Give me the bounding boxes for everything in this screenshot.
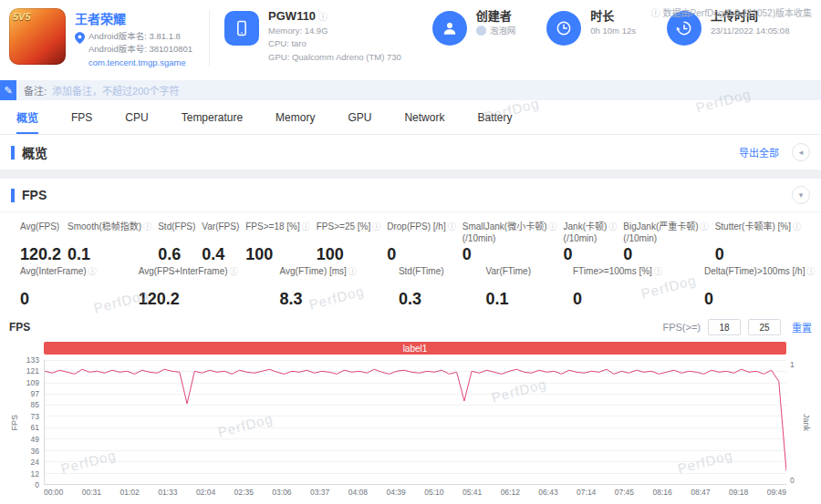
metric-value: 0.3: [399, 290, 444, 309]
upload-time-value: 23/11/2022 14:05:08: [711, 25, 789, 37]
fps-metrics-row-2: Avg(InterFrame)ⓘ 0 Avg(FPS+InterFrame)ⓘ …: [0, 264, 821, 314]
section-accent-bar: [11, 189, 15, 202]
tab-memory[interactable]: Memory: [275, 100, 315, 134]
fps-section-title: FPS: [22, 188, 47, 202]
device-info-icon[interactable]: ⓘ: [318, 12, 327, 22]
info-icon[interactable]: ⓘ: [608, 222, 617, 231]
right-axis: 10: [786, 360, 801, 485]
metric-label: Avg(FPS): [20, 221, 59, 231]
x-tick-label: 05:10: [424, 488, 443, 497]
fps-threshold-input-1[interactable]: [708, 319, 741, 335]
tab-cpu[interactable]: CPU: [125, 100, 148, 134]
y-tick-label: 24: [31, 458, 39, 467]
x-tick-label: 04:39: [386, 488, 405, 497]
fps-line-svg: [45, 360, 786, 484]
fps-metric: Var(FPS) 0.4: [202, 221, 239, 264]
info-icon[interactable]: ⓘ: [302, 222, 310, 231]
x-tick-label: 00:00: [44, 488, 63, 497]
fps-threshold-label: FPS(>=): [662, 322, 701, 333]
section-gap: [0, 170, 821, 179]
x-tick-label: 08:16: [653, 488, 672, 497]
y-tick-label: 133: [26, 355, 39, 365]
metric-label: FPS>=18 [%]: [245, 221, 299, 231]
game-info-block: 王者荣耀 Android版本名: 3.81.1.8 Android版本号: 38…: [75, 8, 192, 67]
info-icon[interactable]: ⓘ: [372, 222, 380, 231]
fps-metric: BigJank(严重卡顿)ⓘ(/10min) 0: [623, 221, 708, 264]
metric-label: Var(FPS): [202, 221, 239, 231]
tab-overview[interactable]: 概览: [16, 100, 38, 134]
info-icon[interactable]: ⓘ: [701, 222, 709, 231]
info-icon: ⓘ: [651, 8, 660, 18]
metric-value: 0: [704, 290, 816, 309]
note-bar[interactable]: ✎ 备注: 添加备注，不超过200个字符: [0, 80, 821, 100]
tab-temperature[interactable]: Temperature: [182, 100, 243, 134]
y-tick-label: 12: [31, 469, 39, 478]
chart-plot-area[interactable]: [44, 360, 786, 485]
fps-metric: SmallJank(微小卡顿)ⓘ(/10min) 0: [462, 221, 557, 264]
fps-metric: Avg(FPS+InterFrame)ⓘ 120.2: [139, 266, 238, 309]
fps-metric: Stutter(卡顿率) [%]ⓘ 0: [715, 221, 801, 264]
metric-value: 0: [623, 245, 708, 264]
note-placeholder[interactable]: 添加备注，不超过200个字符: [52, 83, 179, 98]
metric-sublabel: (/10min): [462, 233, 557, 245]
x-tick-label: 04:08: [348, 488, 368, 497]
tab-battery[interactable]: Battery: [477, 100, 512, 134]
fps-metric: Delta(FTime)>100ms [/h]ⓘ 0: [704, 266, 816, 309]
tab-network[interactable]: Network: [404, 100, 444, 134]
overview-collapse-button[interactable]: ◂: [792, 143, 810, 161]
metric-label: FTime>=100ms [%]: [573, 266, 652, 276]
android-version-code: Android版本号: 381010801: [88, 43, 192, 56]
metric-value: 0.1: [68, 245, 151, 264]
creator-block: 创建者 泡泡网: [432, 8, 516, 46]
info-icon[interactable]: ⓘ: [348, 267, 357, 276]
y-tick-label: 97: [31, 389, 39, 398]
metric-value: 0: [462, 245, 557, 264]
note-label: 备注:: [24, 83, 47, 98]
fps-collapse-button[interactable]: ▾: [792, 186, 810, 204]
export-all-link[interactable]: 导出全部: [739, 145, 779, 159]
y-axis-title: FPS: [9, 360, 20, 485]
metric-label: SmallJank(微小卡顿): [462, 221, 547, 231]
info-icon[interactable]: ⓘ: [806, 267, 815, 276]
y-tick-label: 61: [31, 423, 39, 432]
x-axis: 00:0000:3101:0201:3302:0402:3503:0603:37…: [44, 488, 786, 497]
fps-metric: Smooth(稳帧指数)ⓘ 0.1: [68, 221, 151, 264]
device-info-block: PGW110ⓘ Memory: 14.9G CPU: taro GPU: Qua…: [224, 8, 401, 64]
metric-value: 0: [387, 245, 455, 264]
report-header: 5V5 王者荣耀 Android版本名: 3.81.1.8 Android版本号…: [0, 0, 821, 80]
device-memory: Memory: 14.9G: [268, 25, 401, 37]
metric-label: Stutter(卡顿率) [%]: [715, 221, 791, 231]
info-icon[interactable]: ⓘ: [654, 267, 662, 276]
phone-icon: [224, 11, 259, 46]
duration-value: 0h 10m 12s: [590, 25, 636, 37]
info-icon[interactable]: ⓘ: [230, 267, 238, 276]
metric-label: Avg(FPS+InterFrame): [139, 266, 228, 276]
fps-metric: FPS>=25 [%]ⓘ 100: [317, 221, 381, 264]
tab-gpu[interactable]: GPU: [348, 100, 371, 134]
fps-chart-controls: FPS FPS(>=) 重置: [9, 314, 812, 340]
info-icon[interactable]: ⓘ: [549, 222, 557, 231]
fps-chart-title: FPS: [9, 321, 30, 334]
y-axis: 13312110997857361493624120: [20, 360, 44, 485]
fps-threshold-input-2[interactable]: [748, 319, 781, 335]
fps-chart-block: FPS FPS(>=) 重置 label1 FPS 13312110997857…: [0, 314, 821, 497]
note-pencil-icon[interactable]: ✎: [0, 80, 16, 100]
info-icon[interactable]: ⓘ: [88, 267, 97, 276]
info-icon[interactable]: ⓘ: [143, 222, 151, 231]
info-icon[interactable]: ⓘ: [793, 222, 801, 231]
info-icon[interactable]: ⓘ: [448, 222, 456, 231]
metric-label: BigJank(严重卡顿): [623, 221, 698, 231]
metric-label: FPS>=25 [%]: [317, 221, 370, 231]
fps-metric: Avg(FTime) [ms]ⓘ 8.3: [280, 266, 357, 309]
chart-legend-bar[interactable]: label1: [44, 342, 786, 355]
reset-button[interactable]: 重置: [792, 320, 812, 334]
overview-section-title: 概览: [22, 143, 47, 161]
fps-metric: Drop(FPS) [/h]ⓘ 0: [387, 221, 455, 264]
metric-value: 0: [564, 245, 618, 264]
device-gpu: GPU: Qualcomm Adreno (TM) 730: [268, 51, 401, 64]
y-tick-label: 0: [35, 480, 39, 489]
tab-fps[interactable]: FPS: [71, 100, 92, 134]
device-cpu: CPU: taro: [268, 37, 401, 50]
pin-icon: [75, 32, 85, 67]
creator-label: 创建者: [476, 8, 516, 25]
